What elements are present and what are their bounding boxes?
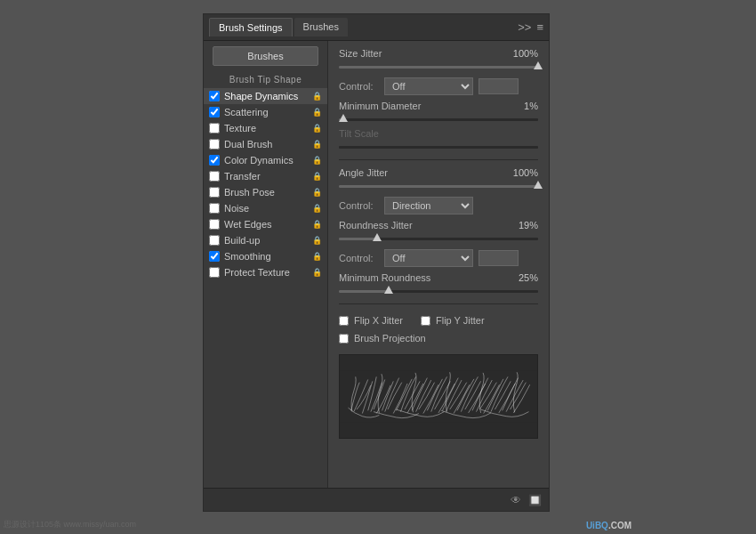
control1-input[interactable]	[479, 78, 519, 94]
checkbox-dual-brush[interactable]	[209, 139, 220, 150]
lock-icon-dual-brush: 🔒	[312, 140, 322, 149]
menu-icon[interactable]: ≡	[536, 20, 543, 34]
brush-preview	[339, 354, 538, 439]
checkbox-build-up[interactable]	[209, 235, 220, 246]
brushes-button[interactable]: Brushes	[213, 46, 318, 66]
lock-icon-protect-texture: 🔒	[312, 268, 322, 277]
tab-brushes[interactable]: Brushes	[294, 18, 348, 36]
angle-jitter-slider[interactable]	[339, 185, 538, 188]
control2-label: Control:	[339, 200, 379, 211]
left-panel: Brushes Brush Tip Shape Shape Dynamics 🔒…	[204, 41, 328, 488]
preview-svg	[340, 355, 537, 438]
tilt-scale-label: Tilt Scale	[339, 128, 379, 139]
size-jitter-thumb	[534, 61, 543, 69]
checkboxes-row: Flip X Jitter Flip Y Jitter	[339, 313, 538, 328]
roundness-jitter-slider[interactable]	[339, 238, 538, 240]
checkbox-transfer[interactable]	[209, 171, 220, 182]
checkbox-brush-pose[interactable]	[209, 187, 220, 198]
min-roundness-value: 25%	[507, 272, 538, 283]
min-roundness-slider[interactable]	[339, 290, 538, 293]
brush-tip-shape-label: Brush Tip Shape	[204, 73, 327, 88]
min-diameter-thumb	[339, 114, 348, 122]
angle-jitter-label: Angle Jitter	[339, 167, 388, 178]
checkbox-flip-x[interactable]	[339, 316, 349, 326]
roundness-jitter-label: Roundness Jitter	[339, 220, 413, 231]
checkbox-flip-y[interactable]	[421, 316, 430, 326]
roundness-jitter-thumb	[373, 233, 382, 241]
uibq-dot: .COM	[608, 521, 631, 530]
tabs-right: >> ≡	[518, 20, 543, 34]
left-item-scattering[interactable]: Scattering 🔒	[204, 104, 327, 120]
control2-row: Control: Off Fade Pen Pressure Pen Tilt …	[339, 197, 538, 214]
left-item-dual-brush[interactable]: Dual Brush 🔒	[204, 136, 327, 152]
checkbox-shape-dynamics[interactable]	[209, 91, 220, 101]
left-item-color-dynamics[interactable]: Color Dynamics 🔒	[204, 152, 327, 168]
label-dual-brush: Dual Brush	[224, 139, 312, 150]
brush-settings-panel: Brush Settings Brushes >> ≡ Brushes Brus…	[203, 13, 550, 512]
panel-footer: 👁 🔲	[204, 488, 549, 511]
label-transfer: Transfer	[224, 171, 312, 182]
control1-row: Control: Off Fade Pen Pressure Pen Tilt …	[339, 77, 538, 95]
min-diameter-row: Minimum Diameter 1%	[339, 101, 538, 111]
label-color-dynamics: Color Dynamics	[224, 155, 312, 166]
min-roundness-thumb	[384, 286, 393, 294]
lock-icon-scattering: 🔒	[312, 108, 322, 117]
left-item-brush-pose[interactable]: Brush Pose 🔒	[204, 184, 327, 200]
checkbox-color-dynamics[interactable]	[209, 155, 220, 166]
label-noise: Noise	[224, 203, 312, 214]
left-item-noise[interactable]: Noise 🔒	[204, 200, 327, 216]
eye-icon[interactable]: 👁	[511, 494, 521, 506]
size-jitter-row: Size Jitter 100%	[339, 48, 538, 59]
checkbox-smoothing[interactable]	[209, 251, 220, 262]
lock-icon-smoothing: 🔒	[312, 252, 322, 261]
right-panel: Size Jitter 100% Control: Off Fade Pen P…	[328, 41, 549, 488]
left-item-smoothing[interactable]: Smoothing 🔒	[204, 248, 327, 264]
control3-row: Control: Off Fade Pen Pressure Pen Tilt	[339, 249, 538, 267]
create-new-icon[interactable]: 🔲	[528, 494, 542, 506]
size-jitter-value: 100%	[507, 48, 538, 59]
label-wet-edges: Wet Edges	[224, 219, 312, 230]
min-roundness-label: Minimum Roundness	[339, 272, 430, 283]
checkbox-brush-projection[interactable]	[339, 334, 349, 344]
checkbox-scattering[interactable]	[209, 107, 220, 117]
lock-icon-build-up: 🔒	[312, 236, 322, 245]
watermark-right: UiBQ.COM	[586, 521, 631, 530]
angle-jitter-thumb	[534, 181, 543, 189]
roundness-jitter-row: Roundness Jitter 19%	[339, 220, 538, 231]
checkbox-noise[interactable]	[209, 203, 220, 214]
size-jitter-label: Size Jitter	[339, 48, 382, 59]
control3-input[interactable]	[479, 250, 519, 266]
label-texture: Texture	[224, 123, 312, 134]
tab-brush-settings[interactable]: Brush Settings	[209, 18, 293, 36]
svg-rect-0	[340, 371, 537, 422]
checkbox-protect-texture[interactable]	[209, 267, 220, 278]
checkbox-texture[interactable]	[209, 123, 220, 134]
control1-select[interactable]: Off Fade Pen Pressure Pen Tilt Stylus Wh…	[384, 77, 473, 95]
flip-x-label: Flip X Jitter	[354, 315, 403, 326]
checkbox-wet-edges[interactable]	[209, 219, 220, 230]
tabs-left: Brush Settings Brushes	[209, 18, 348, 36]
left-item-shape-dynamics[interactable]: Shape Dynamics 🔒	[204, 88, 327, 104]
lock-icon-brush-pose: 🔒	[312, 188, 322, 197]
flip-y-row: Flip Y Jitter	[421, 315, 485, 326]
roundness-jitter-value: 19%	[507, 220, 538, 231]
lock-icon-shape-dynamics: 🔒	[312, 92, 322, 101]
min-diameter-slider[interactable]	[339, 118, 538, 121]
left-item-texture[interactable]: Texture 🔒	[204, 120, 327, 136]
control3-label: Control:	[339, 253, 379, 263]
control2-select[interactable]: Off Fade Pen Pressure Pen Tilt Direction…	[384, 197, 473, 214]
left-item-protect-texture[interactable]: Protect Texture 🔒	[204, 264, 327, 280]
label-smoothing: Smoothing	[224, 251, 312, 262]
panel-body: Brushes Brush Tip Shape Shape Dynamics 🔒…	[204, 41, 549, 488]
left-item-transfer[interactable]: Transfer 🔒	[204, 168, 327, 184]
control3-select[interactable]: Off Fade Pen Pressure Pen Tilt	[384, 249, 473, 267]
size-jitter-slider[interactable]	[339, 66, 538, 69]
label-brush-pose: Brush Pose	[224, 187, 312, 198]
label-build-up: Build-up	[224, 235, 312, 246]
angle-jitter-fill	[339, 185, 538, 188]
tilt-scale-slider[interactable]	[339, 146, 538, 149]
left-item-build-up[interactable]: Build-up 🔒	[204, 232, 327, 248]
forward-icon[interactable]: >>	[518, 20, 531, 34]
left-item-wet-edges[interactable]: Wet Edges 🔒	[204, 216, 327, 232]
size-jitter-fill	[339, 66, 538, 69]
